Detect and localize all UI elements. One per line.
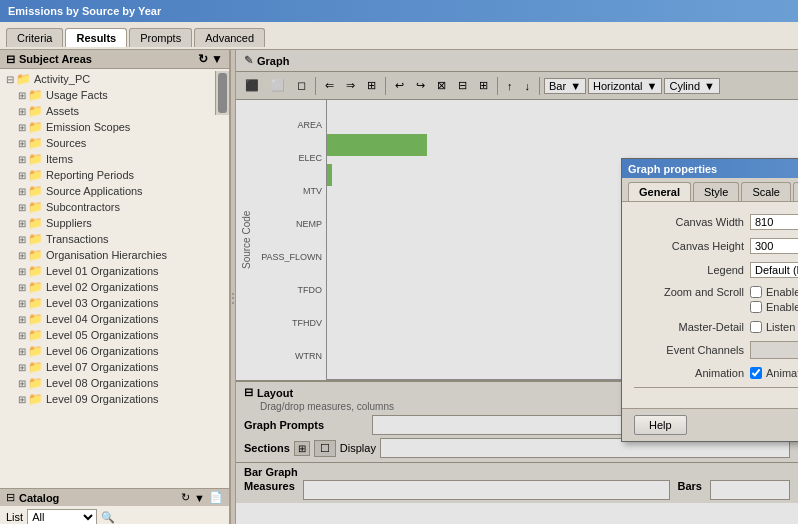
subject-areas-header: ⊟ Subject Areas ↻ ▼: [0, 50, 229, 69]
tab-prompts[interactable]: Prompts: [129, 28, 192, 47]
zoom-scroll-label: Zoom and Scroll: [634, 286, 744, 298]
graph-properties-modal: Graph properties × General Style Scale T…: [621, 158, 798, 442]
modal-body: Canvas Width Pixels Canvas Height Pixels…: [622, 202, 798, 408]
settings-icon[interactable]: ▼: [211, 52, 223, 66]
enable-vertical-checkbox[interactable]: [750, 301, 762, 313]
tab-results[interactable]: Results: [65, 28, 127, 47]
listen-checkbox-row: Listen to Master-Detail Events: [750, 321, 798, 333]
tree-item-source-applications[interactable]: ⊞ 📁 Source Applications: [0, 183, 215, 199]
tree-item-suppliers[interactable]: ⊞ 📁 Suppliers: [0, 215, 215, 231]
tree-item-transactions[interactable]: ⊞ 📁 Transactions: [0, 231, 215, 247]
catalog-list-label: List: [6, 511, 23, 523]
collapse-catalog-icon[interactable]: ⊟: [6, 491, 15, 504]
canvas-height-label: Canvas Height: [634, 240, 744, 252]
tree-item-level01[interactable]: ⊞ 📁 Level 01 Organizations: [0, 263, 215, 279]
event-channels-row: Event Channels: [634, 341, 798, 359]
catalog-section: ⊟ Catalog ↻ ▼ 📄 List All 🔍 ⊞ 📁 Shared Fo…: [0, 488, 229, 524]
catalog-list-select[interactable]: All: [27, 509, 97, 524]
animate-checkbox-row: Animate graph on Display: [750, 367, 798, 379]
help-button[interactable]: Help: [634, 415, 687, 435]
tab-criteria[interactable]: Criteria: [6, 28, 63, 47]
window-title: Emissions by Source by Year: [8, 5, 161, 17]
legend-label: Legend: [634, 264, 744, 276]
top-tab-bar: Criteria Results Prompts Advanced: [0, 22, 798, 50]
master-detail-row: Master-Detail Listen to Master-Detail Ev…: [634, 321, 798, 333]
catalog-header: ⊟ Catalog ↻ ▼ 📄: [0, 489, 229, 506]
modal-tab-titles-labels[interactable]: Titles and Labels: [793, 182, 798, 201]
modal-divider: [634, 387, 798, 388]
tree-item-org-hierarchies[interactable]: ⊞ 📁 Organisation Hierarchies: [0, 247, 215, 263]
enable-horizontal-label: Enable for Horizontal Axis: [766, 286, 798, 298]
listen-label: Listen to Master-Detail Events: [766, 321, 798, 333]
tree-item-assets[interactable]: ⊞ 📁 Assets: [0, 103, 215, 119]
animate-label: Animate graph on Display: [766, 367, 798, 379]
catalog-reload-icon[interactable]: ↻: [181, 491, 190, 504]
tree-item-level07[interactable]: ⊞ 📁 Level 07 Organizations: [0, 359, 215, 375]
canvas-width-row: Canvas Width Pixels: [634, 214, 798, 230]
modal-overlay: Graph properties × General Style Scale T…: [236, 50, 798, 524]
tree-item-root[interactable]: ⊟ 📁 Activity_PC: [0, 71, 215, 87]
enable-horizontal-row: Enable for Horizontal Axis: [750, 286, 798, 298]
legend-row: Legend Default (Right) ▼: [634, 262, 798, 278]
canvas-width-label: Canvas Width: [634, 216, 744, 228]
collapse-icon[interactable]: ⊟: [6, 53, 15, 66]
catalog-new-icon[interactable]: 📄: [209, 491, 223, 504]
tab-advanced[interactable]: Advanced: [194, 28, 265, 47]
event-channels-label: Event Channels: [634, 344, 744, 356]
modal-tab-general[interactable]: General: [628, 182, 691, 201]
modal-title: Graph properties: [628, 163, 717, 175]
tree-item-subcontractors[interactable]: ⊞ 📁 Subcontractors: [0, 199, 215, 215]
tree-item-level05[interactable]: ⊞ 📁 Level 05 Organizations: [0, 327, 215, 343]
window-titlebar: Emissions by Source by Year: [0, 0, 798, 22]
zoom-scroll-row: Zoom and Scroll Enable for Horizontal Ax…: [634, 286, 798, 313]
tree-item-sources[interactable]: ⊞ 📁 Sources: [0, 135, 215, 151]
catalog-label: Catalog: [19, 492, 59, 504]
tree-item-level08[interactable]: ⊞ 📁 Level 08 Organizations: [0, 375, 215, 391]
subject-areas-tree: ⊟ 📁 Activity_PC ⊞ 📁 Usage Facts ⊞ 📁 Asse…: [0, 69, 229, 488]
tree-item-usage-facts[interactable]: ⊞ 📁 Usage Facts: [0, 87, 215, 103]
main-content: ⊟ Subject Areas ↻ ▼ ⊟ 📁 Activity_PC: [0, 50, 798, 524]
listen-checkbox[interactable]: [750, 321, 762, 333]
zoom-checkbox-group: Enable for Horizontal Axis Enable for Ve…: [750, 286, 798, 313]
modal-tab-bar: General Style Scale Titles and Labels: [622, 178, 798, 202]
animation-row: Animation Animate graph on Display: [634, 367, 798, 379]
right-panel: ✎ Graph ⬛ ⬜ ◻ ⇐ ⇒ ⊞ ↩ ↪ ⊠ ⊟ ⊞ ↑ ↓ Bar ▼: [236, 50, 798, 524]
canvas-width-input[interactable]: [750, 214, 798, 230]
modal-titlebar: Graph properties ×: [622, 159, 798, 178]
tree-item-emission-scopes[interactable]: ⊞ 📁 Emission Scopes: [0, 119, 215, 135]
modal-tab-scale[interactable]: Scale: [741, 182, 791, 201]
canvas-height-row: Canvas Height Pixels: [634, 238, 798, 254]
enable-vertical-row: Enable for Vertical Axis: [750, 301, 798, 313]
master-detail-label: Master-Detail: [634, 321, 744, 333]
tree-item-reporting-periods[interactable]: ⊞ 📁 Reporting Periods: [0, 167, 215, 183]
enable-vertical-label: Enable for Vertical Axis: [766, 301, 798, 313]
enable-horizontal-checkbox[interactable]: [750, 286, 762, 298]
reload-icon[interactable]: ↻: [198, 52, 208, 66]
catalog-list-row: List All 🔍: [0, 506, 229, 524]
tree-item-level04[interactable]: ⊞ 📁 Level 04 Organizations: [0, 311, 215, 327]
folder-icon: 📁: [16, 72, 31, 86]
subject-areas-label: Subject Areas: [19, 53, 92, 65]
modal-tab-style[interactable]: Style: [693, 182, 739, 201]
modal-footer: Help OK Cancel: [622, 408, 798, 441]
catalog-search-icon[interactable]: 🔍: [101, 511, 115, 524]
animation-label: Animation: [634, 367, 744, 379]
tree-item-level09[interactable]: ⊞ 📁 Level 09 Organizations: [0, 391, 215, 407]
tree-item-level03[interactable]: ⊞ 📁 Level 03 Organizations: [0, 295, 215, 311]
tree-item-level06[interactable]: ⊞ 📁 Level 06 Organizations: [0, 343, 215, 359]
left-panel: ⊟ Subject Areas ↻ ▼ ⊟ 📁 Activity_PC: [0, 50, 230, 524]
legend-select[interactable]: Default (Right) ▼: [750, 262, 798, 278]
tree-item-items[interactable]: ⊞ 📁 Items: [0, 151, 215, 167]
expander-root: ⊟: [4, 74, 16, 85]
canvas-height-input[interactable]: [750, 238, 798, 254]
animate-checkbox[interactable]: [750, 367, 762, 379]
catalog-settings-icon[interactable]: ▼: [194, 492, 205, 504]
tree-item-level02[interactable]: ⊞ 📁 Level 02 Organizations: [0, 279, 215, 295]
event-channels-input[interactable]: [750, 341, 798, 359]
